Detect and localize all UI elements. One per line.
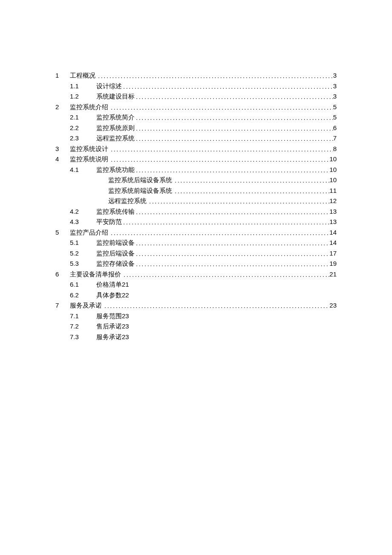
toc-section-number: 2.2: [70, 123, 96, 133]
toc-entry: 远程监控系统12: [55, 196, 337, 206]
toc-leader: [135, 123, 333, 134]
toc-chapter-number: 2: [55, 102, 70, 112]
toc-section-number: 7.1: [70, 311, 96, 321]
toc-page-number: 23: [329, 300, 337, 311]
toc-entry: 2监控系统介绍5: [55, 102, 337, 113]
toc-entry: 监控系统前端设备系统11: [55, 186, 337, 196]
toc-section-number: 1.2: [70, 91, 96, 102]
toc-entry: 4.1监控系统功能10: [55, 165, 337, 175]
toc-chapter-number: 6: [55, 269, 70, 279]
toc-title: 监控系统传输: [96, 207, 135, 217]
toc-leader: [110, 228, 329, 238]
toc-page-number: 12: [329, 196, 337, 206]
toc-leader: [135, 249, 329, 259]
toc-page-number: 10: [329, 154, 337, 164]
toc-title: 平安防范: [96, 217, 122, 227]
toc-entry: 2.3远程监控系统7: [55, 133, 337, 144]
toc-page-number: 5: [333, 112, 337, 122]
toc-section-number: 7.3: [70, 332, 96, 342]
toc-title: 远程监控系统: [96, 134, 135, 144]
toc-entry: 7.1服务范围23: [55, 311, 337, 322]
toc-entry: 7.3服务承诺23: [55, 332, 337, 343]
toc-leader: [110, 154, 329, 165]
toc-section-number: 5.3: [70, 259, 96, 269]
toc-chapter-number: 1: [55, 70, 70, 81]
toc-page-number: 22: [122, 290, 129, 300]
toc-title: 系统建设目标: [96, 92, 135, 102]
toc-leader: [110, 144, 333, 154]
toc-chapter-number: 5: [55, 227, 70, 238]
toc-entry: 4.2监控系统传输13: [55, 206, 337, 217]
toc-entry: 7.2售后承诺23: [55, 321, 337, 332]
toc-leader: [135, 113, 333, 123]
toc-entry: 5监控产品介绍14: [55, 227, 337, 238]
toc-leader: [173, 186, 329, 196]
toc-leader: [135, 238, 329, 248]
toc-entry: 7服务及承诺23: [55, 300, 337, 311]
toc-entry: 6.2具体参数22: [55, 290, 337, 301]
toc-section-number: 4.2: [70, 206, 96, 217]
toc-entry: 4.3平安防范13: [55, 217, 337, 227]
toc-title: 服务及承诺: [70, 301, 102, 311]
toc-page-number: 23: [122, 321, 129, 331]
toc-title: 远程监控系统: [108, 196, 147, 206]
toc-page-number: 14: [329, 238, 337, 248]
toc-section-number: 6.2: [70, 290, 96, 300]
toc-title: 监控系统前端设备系统: [108, 186, 172, 196]
toc-title: 服务承诺: [96, 332, 122, 343]
toc-page-number: 14: [329, 227, 337, 238]
toc-entry: 2.1监控系统简介5: [55, 112, 337, 123]
toc-section-number: 4.3: [70, 217, 96, 227]
toc-page-number: 3: [333, 70, 337, 81]
toc-page-number: 10: [329, 165, 337, 175]
toc-title: 监控存储设备: [96, 259, 135, 269]
toc-title: 监控前端设备: [96, 238, 135, 248]
toc-page-number: 21: [122, 279, 129, 290]
toc-entry: 5.2监控后端设备17: [55, 248, 337, 259]
toc-leader: [135, 207, 329, 217]
toc-page-number: 19: [329, 259, 337, 269]
toc-page-number: 3: [333, 91, 337, 102]
toc-entry: 4监控系统说明10: [55, 154, 337, 165]
toc-title: 设计综述: [96, 81, 122, 92]
toc-entry: 5.1监控前端设备14: [55, 238, 337, 248]
toc-section-number: 2.1: [70, 112, 96, 122]
toc-leader: [135, 259, 329, 269]
toc-section-number: 1.1: [70, 81, 96, 91]
toc-section-number: 5.1: [70, 238, 96, 248]
toc-section-number: 2.3: [70, 133, 96, 143]
toc-leader: [135, 134, 333, 144]
toc-page-number: 3: [333, 81, 337, 91]
toc-page-number: 13: [329, 206, 337, 217]
toc-page-number: 17: [329, 248, 337, 259]
toc-title: 服务范围: [96, 311, 122, 322]
toc-leader: [122, 81, 333, 92]
toc-chapter-number: 3: [55, 144, 70, 154]
toc-section-number: 4.1: [70, 165, 96, 175]
toc-section-number: 5.2: [70, 248, 96, 259]
toc-entry: 2.2监控系统原则6: [55, 123, 337, 134]
toc-leader: [103, 301, 329, 311]
toc-page-number: 10: [329, 175, 337, 185]
toc-title: 具体参数: [96, 291, 122, 301]
toc-entry: 6.1价格清单21: [55, 279, 337, 290]
toc-leader: [110, 102, 333, 113]
toc-title: 监控后端设备: [96, 249, 135, 259]
toc-title: 监控系统设计: [70, 144, 108, 154]
toc-leader: [135, 92, 333, 102]
toc-page-number: 23: [122, 311, 129, 321]
toc-page-number: 6: [333, 123, 337, 133]
toc-page-number: 13: [329, 217, 337, 227]
toc-chapter-number: 7: [55, 300, 70, 311]
toc-entry: 1.1设计综述3: [55, 81, 337, 92]
toc-page-number: 5: [333, 102, 337, 112]
toc-page-number: 11: [329, 186, 337, 196]
toc-title: 工程概况: [70, 71, 95, 81]
toc-leader: [122, 270, 329, 280]
toc-chapter-number: 4: [55, 154, 70, 164]
toc-leader: [97, 71, 333, 81]
toc-section-number: 6.1: [70, 279, 96, 290]
toc-title: 售后承诺: [96, 322, 122, 332]
toc-page-number: 7: [333, 133, 337, 143]
toc-leader: [148, 196, 329, 206]
